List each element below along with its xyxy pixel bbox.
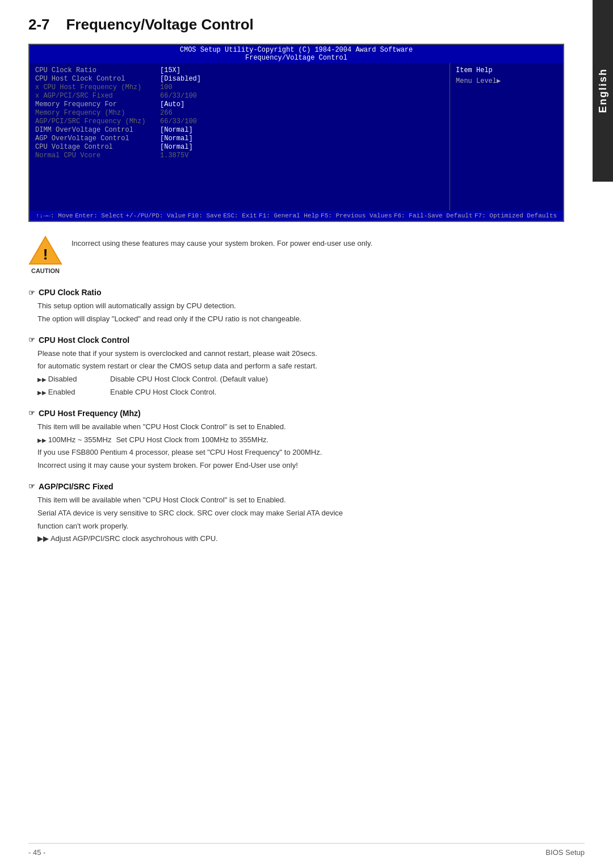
footer-page: - 45 - xyxy=(28,848,45,857)
section-paragraph: Please note that if your system is overc… xyxy=(37,348,564,360)
svg-text:!: ! xyxy=(43,246,48,263)
bios-row-label: x CPU Host Frequency (Mhz) xyxy=(35,83,160,91)
section-title-cpu-host-clock-control: CPU Host Clock Control xyxy=(28,336,564,345)
section-option-note: ▶▶ Adjust AGP/PCI/SRC clock asychrohous … xyxy=(37,533,564,545)
bios-row-label: AGP OverVoltage Control xyxy=(35,135,160,142)
section-body-agp-pci-src-fixed: This item will be available when "CPU Ho… xyxy=(37,494,564,545)
bios-row: Normal CPU Vcore1.3875V xyxy=(35,152,444,160)
bios-row-value: 266 xyxy=(160,109,217,117)
bios-row: x AGP/PCI/SRC Fixed66/33/100 xyxy=(35,92,444,100)
section-extra-paragraph: Incorrect using it may cause your system… xyxy=(37,460,564,472)
bios-row-label: Normal CPU Vcore xyxy=(35,152,160,160)
bios-row-label: CPU Host Clock Control xyxy=(35,75,160,83)
option-row: DisabledDisable CPU Host Clock Control. … xyxy=(37,374,564,385)
bios-row-value: [Normal] xyxy=(160,126,217,134)
section-paragraph: This item will be available when "CPU Ho… xyxy=(37,494,564,506)
bios-row-label: DIMM OverVoltage Control xyxy=(35,126,160,134)
bios-footer-item: +/-/PU/PD: Value xyxy=(125,212,186,219)
menu-level-label: Menu Level▶ xyxy=(456,77,557,85)
section-paragraph: The option will display "Locked" and rea… xyxy=(37,313,564,325)
bios-header-line2: Frequency/Voltage Control xyxy=(30,54,563,62)
option-desc: Set CPU Host Clock from 100MHz to 355MHz… xyxy=(116,434,268,446)
caution-icon: ! CAUTION xyxy=(28,236,62,274)
option-row: 100MHz ~ 355MHzSet CPU Host Clock from 1… xyxy=(37,434,564,446)
section-cpu-host-clock-control: CPU Host Clock ControlPlease note that i… xyxy=(28,336,564,399)
caution-text: Incorrect using these features may cause… xyxy=(72,236,372,248)
page-footer: - 45 - BIOS Setup xyxy=(28,843,585,857)
bios-row-label: Memory Frequency For xyxy=(35,100,160,108)
bios-row: Memory Frequency For[Auto] xyxy=(35,100,444,108)
bios-footer-item: F5: Previous Values xyxy=(321,212,392,219)
bios-footer-item: ESC: Exit xyxy=(223,212,257,219)
page-title: 2-7 Frequency/Voltage Control xyxy=(28,16,564,33)
english-tab: English xyxy=(593,0,613,182)
bios-row-label: CPU Clock Ratio xyxy=(35,66,160,74)
bios-header: CMOS Setup Utility-Copyright (C) 1984-20… xyxy=(30,45,563,63)
bios-body: CPU Clock Ratio[15X]CPU Host Clock Contr… xyxy=(30,63,563,211)
footer-label: BIOS Setup xyxy=(545,848,585,857)
section-title-cpu-host-frequency: CPU Host Frequency (Mhz) xyxy=(28,409,564,418)
option-row: EnabledEnable CPU Host Clock Control. xyxy=(37,387,564,399)
page-title-text: Frequency/Voltage Control xyxy=(66,16,253,33)
section-cpu-clock-ratio: CPU Clock RatioThis setup option will au… xyxy=(28,288,564,325)
bios-footer-item: F1: General Help xyxy=(259,212,319,219)
section-paragraph: for automatic system restart or clear th… xyxy=(37,360,564,372)
option-label: Enabled xyxy=(37,387,106,399)
bios-row-value: [Auto] xyxy=(160,100,217,108)
bios-row-value: [15X] xyxy=(160,66,217,74)
bios-row: CPU Clock Ratio[15X] xyxy=(35,66,444,74)
option-label: 100MHz ~ 355MHz xyxy=(37,434,111,446)
section-title-cpu-clock-ratio: CPU Clock Ratio xyxy=(28,288,564,297)
bios-footer: ↑↓→←: MoveEnter: Select+/-/PU/PD: ValueF… xyxy=(30,211,563,221)
bios-row-value: [Disabled] xyxy=(160,75,217,83)
bios-footer-item: F6: Fail-Save Default xyxy=(394,212,473,219)
bios-right-panel: Item Help Menu Level▶ xyxy=(450,63,563,211)
bios-row-label: x AGP/PCI/SRC Fixed xyxy=(35,92,160,100)
section-cpu-host-frequency: CPU Host Frequency (Mhz)This item will b… xyxy=(28,409,564,472)
section-body-cpu-host-frequency: This item will be available when "CPU Ho… xyxy=(37,421,564,472)
chapter-number: 2-7 xyxy=(28,16,50,33)
option-desc: Enable CPU Host Clock Control. xyxy=(110,387,216,399)
caution-section: ! CAUTION Incorrect using these features… xyxy=(28,236,564,274)
bios-row: AGP/PCI/SRC Frequency (Mhz)66/33/100 xyxy=(35,118,444,125)
section-paragraph: This item will be available when "CPU Ho… xyxy=(37,421,564,433)
section-body-cpu-clock-ratio: This setup option will automatically ass… xyxy=(37,300,564,325)
bios-row: DIMM OverVoltage Control[Normal] xyxy=(35,126,444,134)
main-content: 2-7 Frequency/Voltage Control CMOS Setup… xyxy=(0,0,593,578)
bios-row-label: Memory Frequency (Mhz) xyxy=(35,109,160,117)
sections-container: CPU Clock RatioThis setup option will au… xyxy=(28,288,564,545)
bios-left: CPU Clock Ratio[15X]CPU Host Clock Contr… xyxy=(30,63,450,211)
bios-row-value: 66/33/100 xyxy=(160,92,217,100)
bios-row-label: AGP/PCI/SRC Frequency (Mhz) xyxy=(35,118,160,125)
section-paragraph: function can't work properly. xyxy=(37,521,564,532)
section-paragraph: This setup option will automatically ass… xyxy=(37,300,564,312)
section-agp-pci-src-fixed: AGP/PCI/SRC FixedThis item will be avail… xyxy=(28,482,564,545)
section-paragraph: Serial ATA device is very sensitive to S… xyxy=(37,508,564,519)
bios-row-value: 1.3875V xyxy=(160,152,217,160)
bios-screen: CMOS Setup Utility-Copyright (C) 1984-20… xyxy=(28,44,564,222)
bios-row-label: CPU Voltage Control xyxy=(35,143,160,151)
caution-label: CAUTION xyxy=(31,267,60,274)
caution-triangle-icon: ! xyxy=(28,236,62,265)
bios-row-value: 100 xyxy=(160,83,217,91)
bios-header-line1: CMOS Setup Utility-Copyright (C) 1984-20… xyxy=(30,46,563,54)
bios-footer-item: ↑↓→←: Move xyxy=(36,212,73,219)
bios-row-value: [Normal] xyxy=(160,143,217,151)
bios-row: CPU Host Clock Control[Disabled] xyxy=(35,75,444,83)
bios-row: Memory Frequency (Mhz)266 xyxy=(35,109,444,117)
bios-footer-item: F10: Save xyxy=(187,212,221,219)
english-label: English xyxy=(597,68,609,113)
bios-row: CPU Voltage Control[Normal] xyxy=(35,143,444,151)
bios-row: AGP OverVoltage Control[Normal] xyxy=(35,135,444,142)
section-body-cpu-host-clock-control: Please note that if your system is overc… xyxy=(37,348,564,399)
bios-row: x CPU Host Frequency (Mhz)100 xyxy=(35,83,444,91)
bios-row-value: 66/33/100 xyxy=(160,118,217,125)
bios-row-value: [Normal] xyxy=(160,135,217,142)
section-extra-paragraph: If you use FSB800 Pentium 4 processor, p… xyxy=(37,447,564,459)
section-title-agp-pci-src-fixed: AGP/PCI/SRC Fixed xyxy=(28,482,564,491)
option-label: Disabled xyxy=(37,374,106,385)
bios-footer-item: Enter: Select xyxy=(75,212,124,219)
bios-footer-item: F7: Optimized Defaults xyxy=(475,212,557,219)
option-desc: Disable CPU Host Clock Control. (Default… xyxy=(110,374,268,385)
item-help-label: Item Help xyxy=(456,66,557,74)
